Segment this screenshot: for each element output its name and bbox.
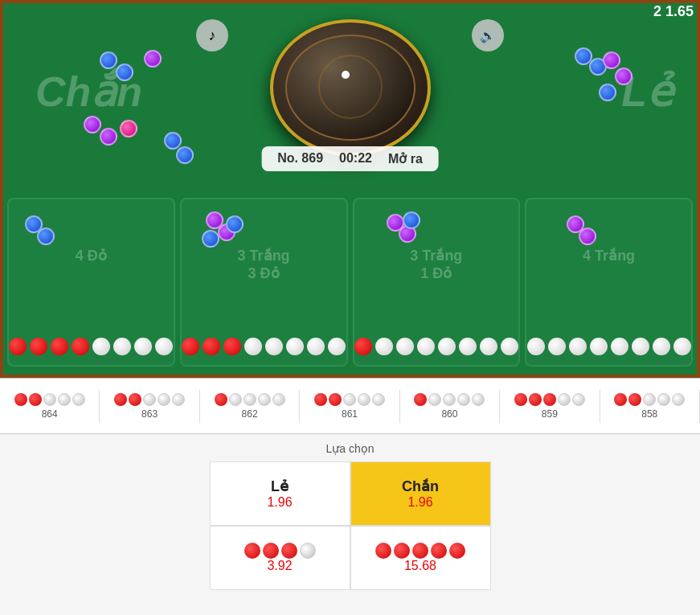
- history-item: 859: [500, 390, 600, 423]
- game-timer: 00:22: [339, 151, 372, 166]
- history-dots: [14, 393, 86, 406]
- dice-dot: [590, 338, 608, 355]
- dice-dot: [244, 338, 262, 355]
- zone-4trang[interactable]: 4 Trắng: [525, 198, 693, 367]
- chip: [615, 68, 632, 85]
- dice-dot: [223, 338, 241, 355]
- dice-dot: [480, 338, 497, 355]
- chip: [176, 146, 194, 164]
- hist-dot: [514, 393, 527, 406]
- music-button[interactable]: ♪: [196, 19, 228, 51]
- game-table: Chắn Lẻ ♪ 🔊 No. 869 00:22 Mở ra: [0, 0, 700, 378]
- bowl-dot: [342, 71, 350, 79]
- bet-grid: Lẻ 1.96 Chắn 1.96 3.92: [190, 461, 511, 590]
- hist-dot: [58, 393, 71, 406]
- zone-4do[interactable]: 4 Đỏ: [7, 198, 175, 367]
- dice-dot: [673, 338, 691, 355]
- hist-dot: [529, 393, 542, 406]
- zone-4do-dice: [9, 338, 173, 355]
- bet-cell-chan[interactable]: Chắn 1.96: [350, 461, 491, 526]
- bet-cell-4do[interactable]: 15.68: [350, 526, 491, 590]
- history-num: 861: [342, 408, 358, 420]
- history-dots: [613, 393, 686, 406]
- bet-dot: [375, 543, 391, 559]
- chip: [226, 215, 244, 233]
- dice-dot: [203, 338, 220, 355]
- 3do-odds: 3.92: [267, 559, 292, 573]
- zone-3trang-3do[interactable]: 3 Trắng3 Đỏ: [180, 198, 348, 367]
- game-bowl: [270, 19, 431, 156]
- dice-dot: [9, 338, 27, 355]
- bet-cell-le[interactable]: Lẻ 1.96: [210, 461, 350, 526]
- chip: [100, 51, 117, 69]
- info-bar: No. 869 00:22 Mở ra: [261, 146, 439, 171]
- chip: [144, 50, 162, 68]
- dice-dot: [328, 338, 346, 355]
- hist-dot: [343, 393, 356, 406]
- hist-dot: [443, 393, 456, 406]
- hist-dot: [414, 393, 427, 406]
- history-num: 862: [242, 408, 258, 420]
- dice-dot: [286, 338, 304, 355]
- hist-dot: [229, 393, 242, 406]
- chip: [579, 228, 596, 245]
- hist-dot: [29, 393, 42, 406]
- volume-button[interactable]: 🔊: [472, 19, 504, 51]
- dice-dot: [375, 338, 393, 355]
- hist-dot: [143, 393, 156, 406]
- zone-3t1d-label: 3 Trắng1 Đỏ: [410, 248, 462, 282]
- hist-dot: [428, 393, 441, 406]
- history-strip: 864 863 862 861: [0, 378, 700, 434]
- history-num: 858: [641, 408, 657, 420]
- dice-dot: [653, 338, 670, 355]
- dice-dot: [134, 338, 152, 355]
- chip: [202, 230, 219, 248]
- hist-dot: [244, 393, 256, 406]
- chip: [116, 64, 133, 81]
- dice-dot: [182, 338, 199, 355]
- le-odds: 1.96: [267, 495, 292, 510]
- history-dots: [113, 393, 186, 406]
- dice-dot: [548, 338, 566, 355]
- zone-4do-label: 4 Đỏ: [76, 248, 107, 265]
- bet-dot: [300, 543, 316, 559]
- hist-dot: [657, 393, 670, 406]
- hist-dot: [158, 393, 170, 406]
- history-dots: [413, 393, 485, 406]
- chip: [164, 132, 182, 150]
- history-item: 862: [200, 390, 300, 423]
- hist-dot: [358, 393, 370, 406]
- history-item: 864: [0, 390, 100, 423]
- dice-dot: [51, 338, 68, 355]
- dice-dot: [632, 338, 649, 355]
- dice-dot: [501, 338, 518, 355]
- hist-dot: [272, 393, 285, 406]
- game-number: No. 869: [277, 151, 323, 166]
- dice-dot: [307, 338, 325, 355]
- zone-4trang-label: 4 Trắng: [583, 248, 635, 265]
- bet-cell-3do[interactable]: 3.92: [210, 526, 350, 590]
- hist-dot: [472, 393, 485, 406]
- hist-dot: [372, 393, 385, 406]
- hist-dot: [628, 393, 641, 406]
- history-item: 863: [100, 390, 199, 423]
- zone-3trang-1do[interactable]: 3 Trắng1 Đỏ: [353, 198, 521, 367]
- history-item: 860: [400, 390, 500, 423]
- hist-dot: [672, 393, 685, 406]
- bet-dots: [244, 543, 316, 559]
- volume-icon: 🔊: [480, 28, 496, 43]
- bet-dot: [263, 543, 279, 559]
- hist-dot: [114, 393, 127, 406]
- hist-dot: [72, 393, 85, 406]
- bet-title: Lựa chọn: [0, 442, 700, 455]
- hist-dot: [558, 393, 571, 406]
- chip: [403, 211, 420, 229]
- hist-dot: [543, 393, 556, 406]
- 4do-odds: 15.68: [404, 559, 436, 573]
- chip: [603, 51, 620, 69]
- hist-dot: [643, 393, 656, 406]
- game-action: Mở ra: [388, 151, 423, 166]
- dice-dot: [527, 338, 545, 355]
- dice-dot: [459, 338, 477, 355]
- dice-dot: [30, 338, 47, 355]
